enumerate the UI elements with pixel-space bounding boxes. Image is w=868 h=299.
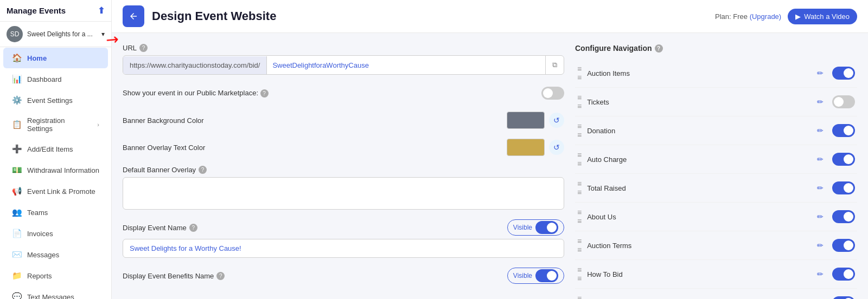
sidebar-item-invoices[interactable]: 📄 Invoices (3, 223, 108, 244)
nav-config-toggle[interactable] (832, 239, 855, 252)
play-icon: ▶ (795, 12, 801, 21)
default-banner-textarea[interactable] (123, 177, 564, 210)
url-input[interactable] (267, 56, 545, 74)
display-event-benefits-help-icon[interactable]: ? (216, 272, 225, 280)
sidebar-item-text-messages[interactable]: 💬 Text Messages (3, 287, 108, 299)
sidebar-item-reports[interactable]: 📁 Reports (3, 265, 108, 286)
sidebar-item-event-settings[interactable]: ⚙️ Event Settings (3, 90, 108, 110)
url-base: https://www.charityauctionstoday.com/bid… (123, 56, 267, 74)
nav-config-item-tickets: ≡≡ Tickets ✏ (575, 88, 857, 116)
org-name: Sweet Delights for a ... (27, 30, 97, 38)
add-edit-items-label: Add/Edit Items (27, 145, 73, 153)
edit-icon[interactable]: ✏ (817, 126, 824, 135)
drag-handle-icon[interactable]: ≡≡ (577, 151, 582, 168)
edit-icon[interactable]: ✏ (817, 241, 824, 250)
edit-icon[interactable]: ✏ (817, 270, 824, 278)
copy-icon[interactable]: ⧉ (545, 56, 564, 74)
edit-icon[interactable]: ✏ (817, 155, 824, 164)
display-event-name-toggle[interactable] (535, 221, 558, 234)
sidebar-expand-icon[interactable]: ⬆ (98, 5, 105, 16)
manage-events-title: Manage Events (7, 6, 66, 15)
sidebar: Manage Events ⬆ SD Sweet Delights for a … (0, 0, 112, 299)
nav-config-item-total-raised: ≡≡ Total Raised ✏ (575, 174, 857, 203)
nav-config-item-auto-charge: ≡≡ Auto Charge ✏ (575, 145, 857, 174)
invoices-icon: 📄 (12, 229, 22, 238)
nav-config-toggle[interactable] (832, 296, 855, 299)
nav-config-toggle[interactable] (832, 95, 855, 108)
banner-bg-swatch[interactable] (507, 112, 545, 129)
nav-config-toggle[interactable] (832, 124, 855, 137)
home-icon: 🏠 (12, 53, 22, 63)
nav-config-item-auction-items: ≡≡ Auction Items ✏ (575, 59, 857, 88)
nav-config-toggle[interactable] (832, 210, 855, 223)
toggle-slider (832, 95, 855, 108)
topbar: Design Event Website Plan: Free (Upgrade… (112, 0, 868, 33)
edit-icon[interactable]: ✏ (817, 184, 824, 192)
display-event-name-input[interactable] (123, 239, 564, 258)
sidebar-item-event-link-promote[interactable]: 📢 Event Link & Promote (3, 181, 108, 202)
nav-config-item-auction-terms: ≡≡ Auction Terms ✏ (575, 231, 857, 260)
marketplace-label: Show your event in our Public Marketplac… (123, 89, 269, 98)
display-event-benefits-header: Display Event Benefits Name ? Visible (123, 268, 564, 284)
url-help-icon[interactable]: ? (139, 44, 148, 52)
invoices-label: Invoices (27, 230, 53, 238)
drag-handle-icon[interactable]: ≡≡ (577, 265, 582, 283)
toggle-slider (535, 269, 558, 282)
nav-config-toggle[interactable] (832, 181, 855, 194)
drag-handle-icon[interactable]: ≡≡ (577, 237, 582, 254)
edit-icon[interactable]: ✏ (817, 69, 824, 77)
registration-settings-icon: 📋 (12, 120, 22, 129)
marketplace-toggle[interactable] (541, 87, 564, 100)
topbar-right: Plan: Free (Upgrade) ▶ Watch a Video (715, 9, 857, 24)
default-banner-label: Default Banner Overlay ? (123, 166, 564, 174)
sidebar-item-withdrawal-information[interactable]: 💵 Withdrawal Information (3, 160, 108, 180)
banner-overlay-swatch[interactable] (507, 139, 545, 156)
sidebar-item-home[interactable]: 🏠 Home (3, 48, 108, 68)
edit-icon[interactable]: ✏ (817, 212, 824, 221)
drag-handle-icon[interactable]: ≡≡ (577, 294, 582, 299)
sidebar-item-add-edit-items[interactable]: ➕ Add/Edit Items (3, 139, 108, 159)
content-area: URL ? https://www.charityauctionstoday.c… (112, 33, 868, 299)
edit-icon[interactable]: ✏ (817, 98, 824, 106)
back-button[interactable] (123, 5, 144, 27)
drag-handle-icon[interactable]: ≡≡ (577, 122, 582, 139)
upgrade-link[interactable]: (Upgrade) (750, 12, 782, 21)
default-banner-help-icon[interactable]: ? (199, 166, 207, 174)
nav-config-toggle[interactable] (832, 67, 855, 80)
sidebar-item-dashboard[interactable]: 📊 Dashboard (3, 69, 108, 89)
drag-handle-icon[interactable]: ≡≡ (577, 179, 582, 197)
sidebar-item-registration-settings[interactable]: 📋 Registration Settings › (3, 111, 108, 138)
marketplace-help-icon[interactable]: ? (260, 89, 269, 98)
sidebar-item-messages[interactable]: ✉️ Messages (3, 244, 108, 265)
drag-handle-icon[interactable]: ≡≡ (577, 208, 582, 225)
banner-overlay-color-row: Banner Overlay Text Color ↺ (123, 139, 564, 156)
display-event-benefits-toggle[interactable] (535, 269, 558, 282)
nav-config-item-label: Donation (587, 127, 812, 135)
nav-config-item-label: About Us (587, 213, 812, 221)
watch-video-button[interactable]: ▶ Watch a Video (788, 9, 857, 24)
topbar-left: Design Event Website (123, 5, 276, 27)
home-label: Home (27, 54, 47, 62)
event-settings-label: Event Settings (27, 96, 73, 105)
drag-handle-icon[interactable]: ≡≡ (577, 64, 582, 82)
dashboard-label: Dashboard (27, 75, 62, 83)
event-settings-icon: ⚙️ (12, 95, 22, 105)
drag-handle-icon[interactable]: ≡≡ (577, 93, 582, 110)
page-title: Design Event Website (152, 9, 276, 23)
sidebar-item-teams[interactable]: 👥 Teams (3, 202, 108, 223)
display-event-name-help-icon[interactable]: ? (189, 224, 197, 232)
withdrawal-information-icon: 💵 (12, 165, 22, 175)
url-row: URL ? https://www.charityauctionstoday.c… (123, 44, 564, 75)
nav-list: 🏠 Home 📊 Dashboard ⚙️ Event Settings 📋 R… (0, 47, 111, 299)
nav-arrow-icon: › (97, 121, 99, 128)
banner-overlay-swatch-wrap: ↺ (507, 139, 564, 156)
banner-overlay-refresh-button[interactable]: ↺ (549, 140, 564, 155)
nav-config-toggle[interactable] (832, 153, 855, 166)
org-selector[interactable]: SD Sweet Delights for a ... ▾ (0, 22, 111, 47)
nav-config-toggle[interactable] (832, 268, 855, 281)
configure-nav-help-icon[interactable]: ? (655, 44, 663, 53)
text-messages-label: Text Messages (27, 293, 74, 300)
messages-icon: ✉️ (12, 250, 22, 259)
banner-bg-label: Banner Background Color (123, 116, 204, 125)
banner-bg-refresh-button[interactable]: ↺ (549, 113, 564, 128)
